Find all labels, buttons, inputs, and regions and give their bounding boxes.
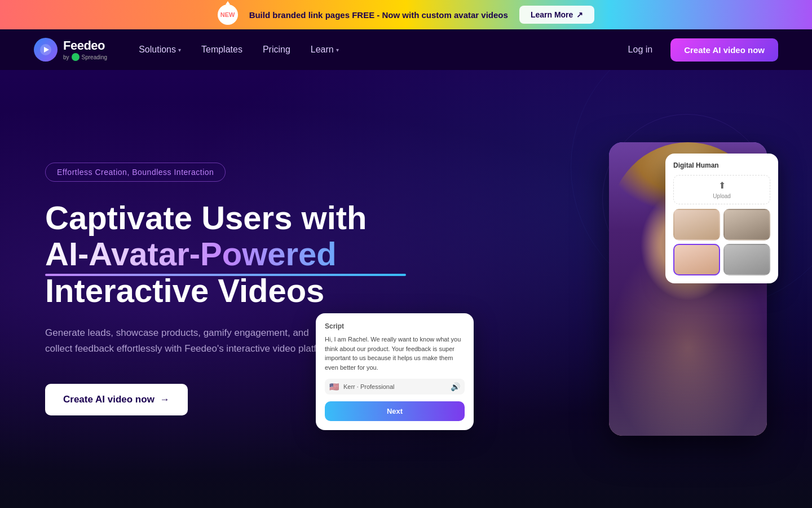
hero-description: Generate leads, showcase products, gamif… bbox=[45, 325, 338, 357]
next-button[interactable]: Next bbox=[325, 401, 465, 421]
logo-text: Feedeo by Spreading bbox=[63, 38, 107, 61]
spreading-icon bbox=[72, 53, 80, 61]
script-label: Script bbox=[325, 322, 465, 330]
upload-icon: ⬆ bbox=[718, 180, 726, 191]
avatar-option-man2[interactable] bbox=[723, 244, 770, 275]
volume-icon: 🔊 bbox=[451, 382, 460, 391]
create-video-button[interactable]: Create AI video now bbox=[670, 38, 778, 62]
tagline-badge: Effortless Creation, Boundless Interacti… bbox=[45, 163, 226, 182]
digital-human-title: Digital Human bbox=[673, 161, 770, 169]
new-badge: NEW bbox=[218, 5, 238, 25]
logo-icon bbox=[34, 38, 58, 62]
hero-section: Effortless Creation, Boundless Interacti… bbox=[0, 70, 812, 508]
logo[interactable]: Feedeo by Spreading bbox=[34, 38, 107, 62]
chevron-down-icon: ▾ bbox=[178, 47, 181, 53]
nav-solutions[interactable]: Solutions ▾ bbox=[130, 40, 190, 59]
digital-human-panel: Digital Human ⬆ Upload bbox=[665, 154, 778, 283]
flag-icon: 🇺🇸 bbox=[329, 382, 339, 391]
nav-templates[interactable]: Templates bbox=[192, 40, 251, 59]
avatar-option-woman1[interactable] bbox=[673, 209, 720, 240]
hero-content-right: Digital Human ⬆ Upload Script Hi, I am R… bbox=[406, 131, 767, 447]
script-text: Hi, I am Rachel. We really want to know … bbox=[325, 335, 465, 372]
arrow-right-icon: → bbox=[160, 394, 170, 405]
voice-label: Kerr · Professional bbox=[343, 383, 446, 390]
external-link-icon: ↗ bbox=[576, 10, 583, 19]
learn-more-button[interactable]: Learn More ↗ bbox=[519, 6, 594, 24]
login-button[interactable]: Log in bbox=[619, 40, 662, 59]
nav-links: Solutions ▾ Templates Pricing Learn ▾ bbox=[130, 40, 619, 59]
announcement-text: Build branded link pages FREE - Now with… bbox=[249, 10, 508, 20]
navbar: Feedeo by Spreading Solutions ▾ Template… bbox=[0, 29, 812, 70]
avatar-grid bbox=[673, 209, 770, 275]
hero-title: Captivate Users with AI-Avatar-Powered I… bbox=[45, 200, 406, 310]
chevron-down-icon: ▾ bbox=[336, 47, 339, 53]
upload-button[interactable]: ⬆ Upload bbox=[673, 175, 770, 204]
announcement-bar: NEW Build branded link pages FREE - Now … bbox=[0, 0, 812, 29]
script-panel: Script Hi, I am Rachel. We really want t… bbox=[316, 313, 474, 430]
nav-learn[interactable]: Learn ▾ bbox=[302, 40, 348, 59]
avatar-option-man1[interactable] bbox=[723, 209, 770, 240]
avatar-option-woman2[interactable] bbox=[673, 244, 720, 275]
nav-right: Log in Create AI video now bbox=[619, 38, 778, 62]
nav-pricing[interactable]: Pricing bbox=[254, 40, 299, 59]
hero-cta-button[interactable]: Create AI video now → bbox=[45, 384, 188, 415]
voice-selector[interactable]: 🇺🇸 Kerr · Professional 🔊 bbox=[325, 379, 465, 395]
upload-label: Upload bbox=[713, 193, 731, 199]
